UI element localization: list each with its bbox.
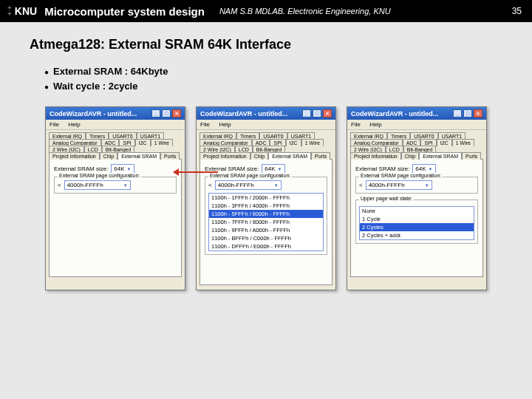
wizard-window-1: CodeWizardAVR - untitled... _ □ × File H… [45, 106, 185, 290]
page-config-group: External SRAM page configuration: < 4000… [205, 177, 327, 255]
chevron-down-icon: ▼ [425, 183, 429, 188]
addr-prefix: < [58, 182, 61, 188]
menu-help[interactable]: Help [219, 121, 231, 128]
list-item[interactable]: 1100h - DFFFh / E000h - FFFFh [209, 242, 323, 250]
menubar[interactable]: File Help [46, 120, 185, 130]
addr-dropdown-list[interactable]: 1100h - 1FFFh / 2000h - FFFFh 1100h - 3F… [208, 193, 324, 251]
logo-area: ++ KNU [7, 5, 37, 17]
bullet-list: External SRAM : 64Kbyte Wait cycle : 2cy… [44, 64, 502, 93]
tab-ports[interactable]: Ports [160, 152, 180, 160]
menubar[interactable]: File Help [347, 120, 486, 130]
tab-chip[interactable]: Chip [401, 152, 419, 160]
menu-help[interactable]: Help [369, 121, 381, 128]
group-label: External SRAM page configuration: [208, 173, 292, 178]
slide-title: Microcomputer system design [44, 5, 205, 18]
tab-chip[interactable]: Chip [100, 152, 117, 160]
logo-text: KNU [15, 5, 37, 17]
menu-help[interactable]: Help [68, 121, 80, 128]
tab-projinfo[interactable]: Project Information [49, 152, 100, 160]
page-config-group: External SRAM page configuration: < 4000… [355, 177, 478, 194]
close-button[interactable]: × [172, 109, 181, 117]
slide-header: ++ KNU Microcomputer system design NAM S… [0, 0, 532, 22]
list-item[interactable]: 1100h - 9FFFh / A000h - FFFFh [209, 226, 323, 234]
close-button[interactable]: × [323, 109, 332, 117]
minimize-button[interactable]: _ [151, 109, 160, 117]
titlebar[interactable]: CodeWizardAVR - untitled... _ □ × [46, 107, 185, 120]
tab-body: External SRAM size: 64K▼ External SRAM p… [350, 159, 483, 277]
bullet-item: Wait cycle : 2cycle [44, 79, 502, 94]
tab-body: External SRAM size: 64K▼ External SRAM p… [200, 159, 332, 285]
addr-range-select[interactable]: 4000h-FFFFh▼ [366, 180, 432, 190]
group-label: Upper page wait state: [359, 196, 414, 201]
list-item[interactable]: 1100h - 1FFFh / 2000h - FFFFh [209, 194, 323, 202]
tab-body: External SRAM size: 64K▼ External SRAM p… [49, 159, 182, 277]
page-number: 35 [512, 6, 522, 16]
window-title: CodeWizardAVR - untitled... [50, 110, 137, 117]
list-item[interactable]: 1 Cycle [360, 215, 474, 223]
list-item-selected[interactable]: 2 Cycles [360, 223, 474, 231]
wizard-panels: CodeWizardAVR - untitled... _ □ × File H… [30, 106, 502, 290]
chevron-down-icon: ▼ [429, 167, 433, 171]
list-item[interactable]: 2 Cycles + addr. [360, 231, 474, 239]
group-label: External SRAM page configuration: [359, 173, 443, 178]
tab-external-sram[interactable]: External SRAM [117, 152, 160, 160]
menu-file[interactable]: File [351, 121, 361, 128]
wait-state-group: Upper page wait state: None 1 Cycle 2 Cy… [355, 200, 478, 244]
maximize-button[interactable]: □ [162, 109, 171, 117]
tab-external-sram[interactable]: External SRAM [419, 152, 462, 160]
slide-body: Atmega128: External SRAM 64K Interface E… [0, 22, 532, 305]
titlebar[interactable]: CodeWizardAVR - untitled... _ □ × [197, 107, 335, 120]
maximize-button[interactable]: □ [463, 109, 472, 117]
addr-prefix: < [359, 182, 363, 188]
tab-1wire[interactable]: 1 Wire [301, 139, 324, 146]
group-label: External SRAM page configuration: [58, 173, 141, 178]
close-button[interactable]: × [474, 109, 482, 117]
tab-1wire[interactable]: 1 Wire [452, 139, 474, 146]
chevron-down-icon: ▼ [127, 167, 132, 171]
tab-i2c[interactable]: I2C [437, 139, 452, 146]
addr-range-select[interactable]: 4000h-FFFFh▼ [215, 180, 282, 190]
tab-projinfo[interactable]: Project Information [200, 152, 250, 160]
sram-size-label: External SRAM size: [355, 166, 409, 172]
bullet-item: External SRAM : 64Kbyte [44, 64, 502, 79]
menu-file[interactable]: File [50, 121, 59, 128]
logo-decor: ++ [7, 5, 12, 17]
window-title: CodeWizardAVR - untitled... [200, 110, 287, 117]
section-heading: Atmega128: External SRAM 64K Interface [30, 37, 502, 52]
list-item[interactable]: 1100h - 7FFFh / 8000h - FFFFh [209, 218, 323, 226]
tab-ports[interactable]: Ports [311, 152, 330, 160]
chevron-down-icon: ▼ [123, 183, 128, 188]
window-title: CodeWizardAVR - untitled... [351, 110, 438, 117]
tab-1wire[interactable]: 1 Wire [151, 139, 173, 146]
tab-i2c[interactable]: I2C [135, 139, 151, 146]
list-item[interactable]: 1100h - BFFFh / C000h - FFFFh [209, 234, 323, 242]
wait-dropdown-list[interactable]: None 1 Cycle 2 Cycles 2 Cycles + addr. [359, 206, 474, 240]
list-item-selected[interactable]: 1100h - 5FFFh / 6000h - FFFFh [209, 210, 323, 218]
menubar[interactable]: File Help [197, 120, 335, 130]
chevron-down-icon: ▼ [278, 167, 282, 171]
slide-subtitle: NAM S.B MDLAB. Electronic Engineering, K… [219, 7, 391, 16]
wizard-window-3: CodeWizardAVR - untitled... _ □ × File H… [347, 106, 487, 290]
titlebar[interactable]: CodeWizardAVR - untitled... _ □ × [347, 107, 486, 120]
list-item[interactable]: 1100h - 3FFFh / 4000h - FFFFh [209, 202, 323, 210]
addr-range-select[interactable]: 4000h-FFFFh▼ [64, 180, 131, 190]
minimize-button[interactable]: _ [453, 109, 462, 117]
addr-prefix: < [208, 182, 212, 188]
tab-strip: External IRQ Timers USART0 USART1 Analog… [46, 130, 185, 159]
minimize-button[interactable]: _ [302, 109, 311, 117]
tab-i2c[interactable]: I2C [286, 139, 301, 146]
maximize-button[interactable]: □ [313, 109, 321, 117]
tab-chip[interactable]: Chip [250, 152, 268, 160]
chevron-down-icon: ▼ [274, 183, 279, 188]
tab-strip: External IRQ Timers USART0 USART1 Analog… [197, 130, 335, 159]
wizard-window-2: CodeWizardAVR - untitled... _ □ × File H… [196, 106, 336, 290]
list-item[interactable]: None [360, 207, 474, 215]
tab-ports[interactable]: Ports [462, 152, 481, 160]
page-config-group: External SRAM page configuration: < 4000… [54, 177, 177, 194]
tab-external-sram[interactable]: External SRAM [268, 152, 311, 160]
tab-strip: External IRQ Timers USART0 USART1 Analog… [347, 130, 486, 159]
menu-file[interactable]: File [200, 121, 210, 128]
sram-size-label: External SRAM size: [54, 166, 108, 172]
tab-projinfo[interactable]: Project Information [350, 152, 401, 160]
